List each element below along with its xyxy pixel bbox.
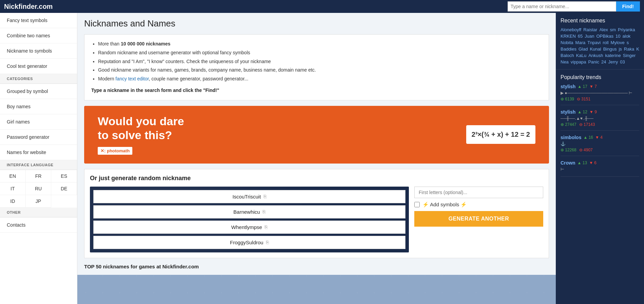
recent-name-item[interactable]: Ankush bbox=[588, 53, 603, 58]
find-button[interactable]: Find! bbox=[616, 1, 640, 12]
recent-name-item[interactable]: vippapa bbox=[571, 59, 586, 64]
search-input[interactable] bbox=[508, 1, 616, 12]
recent-name-item[interactable]: katerine bbox=[605, 53, 621, 58]
recent-name-item[interactable]: Raka bbox=[624, 46, 634, 52]
lang-de[interactable]: DE bbox=[51, 183, 77, 195]
add-symbols-label[interactable]: ⚡ Add symbols ⚡ bbox=[422, 202, 467, 208]
recent-title: Recent nicknames bbox=[561, 18, 639, 24]
lang-fr[interactable]: FR bbox=[26, 170, 52, 183]
trend-item: stylish ▲ 17 ▼ 7 ▶ ●────────────────────… bbox=[561, 84, 639, 105]
recent-name-item[interactable]: KRKEN bbox=[561, 34, 576, 39]
recent-name-item[interactable]: js bbox=[619, 46, 622, 52]
generator-section: Or just generate random nickname IscouTr… bbox=[84, 169, 549, 258]
recent-name-item[interactable]: Tnpavi bbox=[587, 40, 601, 45]
right-sidebar: Recent nicknames AloneboyffRaistarAlexsm… bbox=[556, 13, 644, 304]
name-entry-0[interactable]: IscouTriscuit ⎘ bbox=[93, 190, 405, 203]
lang-id[interactable]: ID bbox=[0, 195, 26, 208]
recent-name-item[interactable]: Baloch bbox=[561, 53, 574, 58]
recent-names-grid: AloneboyffRaistarAlexsmPriyankaKRKEN65Ju… bbox=[561, 27, 639, 64]
site-logo[interactable]: Nickfinder.com bbox=[4, 3, 53, 11]
trend-symbol-preview: ──╫──.▲♥..╫── bbox=[561, 116, 639, 121]
recent-name-item[interactable]: Mylove bbox=[611, 40, 625, 45]
lang-es[interactable]: ES bbox=[51, 170, 77, 183]
recent-name-item[interactable]: Glad bbox=[579, 46, 588, 52]
sidebar-item-combine-two[interactable]: Combine two names bbox=[0, 28, 77, 43]
trend-item: simbolos ▲ 16 ▼ 4 ⚓ ⊕ 12268 ⊖ 4907 bbox=[561, 135, 639, 156]
generate-another-button[interactable]: GENERATE ANOTHER bbox=[414, 211, 543, 227]
recent-name-item[interactable]: OPBikas bbox=[596, 34, 613, 39]
recent-name-item[interactable]: Nea bbox=[561, 59, 569, 64]
sidebar-item-cool-text[interactable]: Cool text generator bbox=[0, 59, 77, 74]
lang-it[interactable]: IT bbox=[0, 183, 26, 195]
recent-name-item[interactable]: Juan bbox=[585, 34, 594, 39]
recent-name-item[interactable]: 24 bbox=[601, 59, 606, 64]
trend-item: stylish ▲ 12 ▼ 9 ──╫──.▲♥..╫── ⊕ 27447 ⊖… bbox=[561, 109, 639, 131]
trend-up-count: ▲ 13 bbox=[577, 160, 587, 165]
sidebar-item-fancy-text[interactable]: Fancy text symbols bbox=[0, 13, 77, 28]
recent-name-item[interactable]: sm bbox=[610, 27, 616, 32]
recent-name-item[interactable]: Mara bbox=[575, 40, 586, 45]
trends-list: stylish ▲ 17 ▼ 7 ▶ ●────────────────────… bbox=[561, 84, 639, 177]
categories-header: CATEGORIES bbox=[0, 74, 77, 84]
other-header: OTHER bbox=[0, 208, 77, 217]
info-bullet-1: More than 10 000 000 nicknames bbox=[98, 41, 170, 46]
copy-icon-2[interactable]: ⎘ bbox=[265, 224, 267, 230]
name-entry-2[interactable]: Whentlympse ⎘ bbox=[93, 221, 405, 234]
recent-name-item[interactable]: Jerry bbox=[608, 59, 618, 64]
lang-jp[interactable]: JP bbox=[26, 195, 52, 208]
trend-up-count: ▲ 17 bbox=[577, 84, 587, 89]
add-symbols-row: ⚡ Add symbols ⚡ bbox=[414, 202, 543, 208]
copy-icon-3[interactable]: ⎘ bbox=[266, 240, 269, 245]
recent-name-item[interactable]: s bbox=[627, 40, 629, 45]
recent-name-item[interactable]: Nobita bbox=[561, 40, 573, 45]
recent-name-item[interactable]: Priyanka bbox=[618, 27, 635, 32]
recent-name-item[interactable]: Bingus bbox=[603, 46, 617, 52]
add-symbols-checkbox[interactable] bbox=[414, 202, 420, 207]
trend-name[interactable]: stylish bbox=[561, 109, 575, 115]
trend-name[interactable]: simbolos bbox=[561, 135, 581, 140]
info-bullet-2: Random nickname and username generator w… bbox=[98, 50, 250, 55]
recent-name-item[interactable]: 03 bbox=[620, 59, 625, 64]
copy-icon-0[interactable]: ⎘ bbox=[264, 194, 266, 199]
first-letters-input[interactable] bbox=[414, 187, 543, 198]
sidebar-item-nickname-symbols[interactable]: Nickname to symbols bbox=[0, 43, 77, 59]
trends-section: Popularity trends stylish ▲ 17 ▼ 7 ▶ ●──… bbox=[556, 70, 644, 186]
sidebar-item-boy-names[interactable]: Boy names bbox=[0, 99, 77, 114]
recent-name-item[interactable]: Panic bbox=[588, 59, 599, 64]
recent-name-item[interactable]: Aloneboyff bbox=[561, 27, 581, 32]
generator-title: Or just generate random nickname bbox=[90, 175, 543, 182]
trend-up-count: ▲ 16 bbox=[583, 135, 593, 140]
trend-name[interactable]: stylish bbox=[561, 84, 575, 89]
trends-title: Popularity trends bbox=[561, 74, 639, 80]
recent-name-item[interactable]: Singer bbox=[623, 53, 636, 58]
recent-name-item[interactable]: Baddies bbox=[561, 46, 576, 52]
recent-name-item[interactable]: Alex bbox=[599, 27, 608, 32]
sidebar-item-contacts[interactable]: Contacts bbox=[0, 217, 77, 233]
page-title: Nicknames and Names bbox=[84, 18, 549, 29]
trend-stat-minus: ⊖ 3151 bbox=[577, 97, 590, 101]
name-entry-1[interactable]: Barnewhicu ⎘ bbox=[93, 205, 405, 218]
trend-up-count: ▲ 12 bbox=[577, 110, 587, 114]
trend-name[interactable]: Crown bbox=[561, 160, 575, 166]
recent-name-item[interactable]: KaLu bbox=[576, 53, 586, 58]
name-entry-3[interactable]: FroggySuldrou ⎘ bbox=[93, 236, 405, 249]
recent-name-item[interactable]: 10 bbox=[615, 34, 620, 39]
sidebar-item-girl-names[interactable]: Girl names bbox=[0, 114, 77, 130]
trend-stat-plus: ⊕ 27447 bbox=[561, 122, 576, 127]
recent-name-item[interactable]: Raistar bbox=[583, 27, 597, 32]
fancy-text-link[interactable]: fancy text editor bbox=[115, 76, 149, 81]
trend-down-count: ▼ 4 bbox=[595, 135, 603, 140]
copy-icon-1[interactable]: ⎘ bbox=[263, 209, 265, 214]
recent-name-item[interactable]: roll bbox=[603, 40, 608, 45]
recent-name-item[interactable]: K bbox=[636, 46, 639, 52]
sidebar-item-names-website[interactable]: Names for website bbox=[0, 145, 77, 160]
lang-ru[interactable]: RU bbox=[26, 183, 52, 195]
recent-name-item[interactable]: Kunal bbox=[590, 46, 601, 52]
sidebar-item-grouped-symbol[interactable]: Grouped by symbol bbox=[0, 84, 77, 99]
recent-name-item[interactable]: 65 bbox=[578, 34, 583, 39]
trend-down-count: ▼ 9 bbox=[589, 110, 597, 114]
info-bullet-5: Modern fancy text editor, couple name ge… bbox=[98, 75, 542, 83]
lang-en[interactable]: EN bbox=[0, 170, 26, 183]
sidebar-item-password-gen[interactable]: Password generator bbox=[0, 130, 77, 145]
recent-name-item[interactable]: alok bbox=[623, 34, 631, 39]
